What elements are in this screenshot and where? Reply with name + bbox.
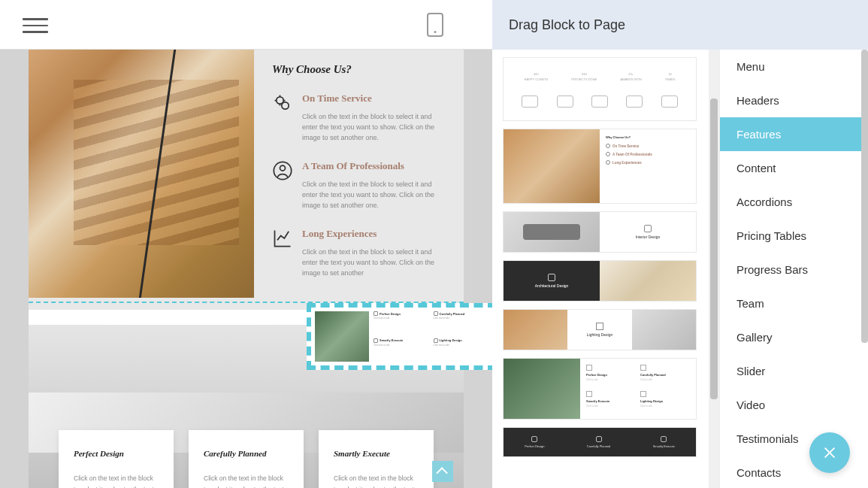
mobile-preview-icon[interactable]: [427, 13, 443, 37]
feature-title[interactable]: Long Experiences: [302, 228, 441, 240]
category-list: Menu Headers Features Content Accordions…: [719, 50, 868, 488]
thumb-feature-block[interactable]: Why Choose Us? On Time Service A Team Of…: [503, 129, 697, 204]
thumb-split-block[interactable]: Interior Design: [503, 211, 697, 253]
stat: 345HAPPY CLIENTS: [525, 71, 549, 81]
feature-item[interactable]: On Time Service Click on the text in the…: [272, 92, 441, 144]
close-panel-button[interactable]: [809, 432, 850, 473]
feature-desc[interactable]: Click on the text in the block to select…: [302, 247, 441, 279]
card-desc[interactable]: Click on the text in the block to select…: [204, 473, 289, 488]
thumb-label: Interior Design: [600, 212, 696, 252]
thumb-image: [632, 310, 696, 350]
stat: 20+AWARDS WON: [620, 71, 641, 81]
category-team[interactable]: Team: [720, 286, 868, 320]
thumb-dark-row-block[interactable]: Perfect Design Carefully Planned Smartly…: [503, 427, 697, 457]
card[interactable]: Perfect Design Click on the text in the …: [59, 430, 174, 488]
thumb-image: [600, 261, 696, 301]
thumbnails-scrollbar[interactable]: [709, 50, 719, 488]
cards-section[interactable]: Perfect Design Click on the text in the …: [29, 325, 464, 488]
feature-body: On Time Service Click on the text in the…: [302, 92, 441, 144]
thumb-text: Why Choose Us? On Time Service A Team Of…: [600, 129, 696, 203]
category-content[interactable]: Content: [720, 151, 868, 185]
card-title[interactable]: Perfect Design: [74, 449, 159, 458]
svg-point-3: [280, 165, 286, 171]
category-pricing-tables[interactable]: Pricing Tables: [720, 219, 868, 253]
stat: 16YEARS: [665, 71, 676, 81]
stat: 934PROJECTS DONE: [571, 71, 597, 81]
scroll-to-top-button[interactable]: [432, 461, 453, 482]
thumb-stats-block[interactable]: 345HAPPY CLIENTS 934PROJECTS DONE 20+AWA…: [503, 57, 697, 121]
gear-icon: [272, 92, 293, 114]
page-canvas: Why Choose Us? On Time Service Click on …: [0, 50, 492, 488]
block-thumbnails[interactable]: 345HAPPY CLIENTS 934PROJECTS DONE 20+AWA…: [492, 50, 719, 488]
category-progress-bars[interactable]: Progress Bars: [720, 253, 868, 286]
hamburger-menu-icon[interactable]: [23, 14, 48, 36]
person-icon: [272, 160, 293, 181]
card[interactable]: Smartly Execute Click on the text in the…: [319, 430, 434, 488]
topbar-left: [0, 0, 492, 50]
feature-image[interactable]: [29, 50, 254, 298]
category-video[interactable]: Video: [720, 388, 868, 422]
feature-text-column: Why Choose Us? On Time Service Click on …: [254, 50, 464, 310]
thumb-split-block[interactable]: Lighting Design: [503, 309, 697, 350]
category-accordions[interactable]: Accordions: [720, 185, 868, 219]
feature-body: Long Experiences Click on the text in th…: [302, 228, 441, 279]
thumb-image: [504, 310, 567, 350]
category-features[interactable]: Features: [720, 117, 868, 151]
feature-title[interactable]: A Team Of Professionals: [302, 160, 441, 172]
card[interactable]: Carefully Planned Click on the text in t…: [189, 430, 304, 488]
section-heading[interactable]: Why Choose Us?: [272, 63, 441, 76]
thumb-grid-block[interactable]: Perfect DesignClick to edit Carefully Pl…: [503, 358, 697, 420]
feature-item[interactable]: Long Experiences Click on the text in th…: [272, 228, 441, 279]
cards-row: Perfect Design Click on the text in the …: [59, 430, 434, 488]
feature-desc[interactable]: Click on the text in the block to select…: [302, 180, 441, 211]
category-menu[interactable]: Menu: [720, 50, 868, 83]
thumb-label: Architectural Design: [504, 261, 600, 301]
categories-scrollbar[interactable]: [861, 50, 868, 343]
thumb-image: [504, 359, 580, 419]
drop-indicator: [29, 302, 464, 303]
category-slider[interactable]: Slider: [720, 354, 868, 388]
feature-item[interactable]: A Team Of Professionals Click on the tex…: [272, 160, 441, 211]
chart-icon: [272, 228, 293, 249]
svg-point-1: [282, 102, 289, 109]
scrollbar-thumb[interactable]: [710, 99, 718, 399]
card-desc[interactable]: Click on the text in the block to select…: [74, 473, 159, 488]
card-desc[interactable]: Click on the text in the block to select…: [334, 473, 419, 488]
feature-desc[interactable]: Click on the text in the block to select…: [302, 112, 441, 144]
thumb-image: [504, 212, 600, 252]
feature-hero-block[interactable]: Why Choose Us? On Time Service Click on …: [29, 50, 464, 310]
blocks-panel: 345HAPPY CLIENTS 934PROJECTS DONE 20+AWA…: [492, 50, 868, 488]
thumb-label: Lighting Design: [567, 310, 631, 350]
top-bar: Drag Block to Page: [0, 0, 868, 50]
feature-title[interactable]: On Time Service: [302, 92, 441, 105]
panel-title: Drag Block to Page: [492, 0, 868, 50]
thumb-split-dark-block[interactable]: Architectural Design: [503, 260, 697, 302]
thumb-image: [504, 129, 600, 203]
canvas-inner[interactable]: Why Choose Us? On Time Service Click on …: [29, 50, 464, 488]
category-headers[interactable]: Headers: [720, 83, 868, 117]
card-title[interactable]: Carefully Planned: [204, 449, 289, 458]
main-area: Why Choose Us? On Time Service Click on …: [0, 50, 868, 488]
thumb-grid: Perfect DesignClick to edit Carefully Pl…: [580, 359, 696, 419]
feature-body: A Team Of Professionals Click on the tex…: [302, 160, 441, 211]
category-gallery[interactable]: Gallery: [720, 320, 868, 354]
card-title[interactable]: Smartly Execute: [334, 449, 419, 458]
